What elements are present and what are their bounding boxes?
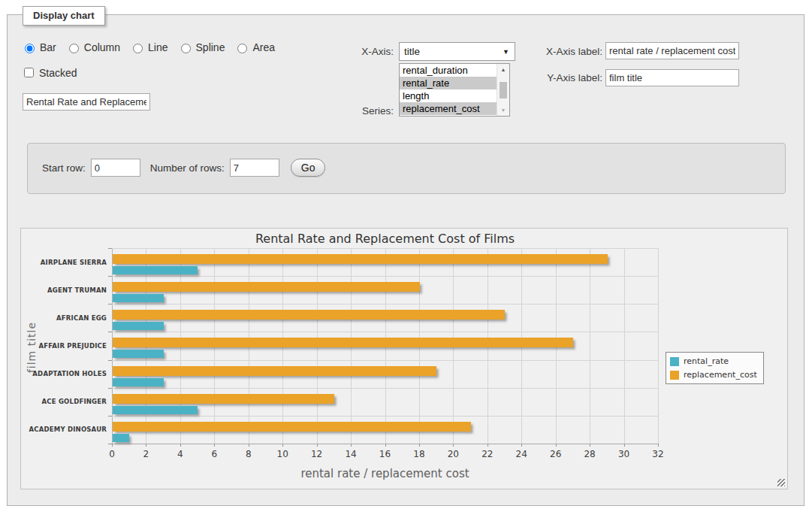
- y-tick-mark: [108, 332, 112, 332]
- x-axis-label-input[interactable]: [605, 42, 739, 59]
- bar-replacement_cost: [113, 366, 436, 376]
- chart-type-text: Line: [148, 41, 168, 53]
- chart-title-input[interactable]: [23, 93, 150, 111]
- x-axis-select[interactable]: title ▼: [399, 42, 515, 61]
- chart-type-label-area: Area: [234, 41, 275, 53]
- chart-type-text: Spline: [196, 41, 225, 53]
- stacked-label: Stacked: [21, 65, 77, 80]
- chart-type-text: Column: [84, 41, 120, 53]
- bar-rental_rate: [113, 294, 164, 302]
- series-option-replacement_cost[interactable]: replacement_cost: [400, 102, 497, 115]
- x-tick-label: 6: [203, 449, 225, 459]
- chart-type-radio-bar[interactable]: [25, 44, 35, 53]
- category-label: AFFAIR PREJUDICE: [26, 342, 107, 350]
- y-tick-mark: [108, 276, 112, 277]
- y-tick-mark: [108, 360, 112, 361]
- x-axis-line: [112, 444, 658, 444]
- x-tick-label: 22: [476, 449, 499, 459]
- x-tick-mark: [658, 444, 659, 447]
- chart-type-radio-line[interactable]: [133, 44, 143, 53]
- legend-swatch-icon: [670, 371, 679, 380]
- chart-type-radio-area[interactable]: [237, 44, 247, 53]
- y-tick-mark: [108, 416, 112, 417]
- category-label: ADAPTATION HOLES: [26, 370, 107, 377]
- chart-type-label-spline: Spline: [177, 41, 225, 53]
- chart-legend: rental_ratereplacement_cost: [666, 352, 764, 384]
- bar-rental_rate: [113, 406, 198, 414]
- category-label: AFRICAN EGG: [26, 314, 107, 322]
- series-option-length[interactable]: length: [400, 89, 497, 102]
- bar-replacement_cost: [113, 394, 334, 404]
- chart-type-text: Area: [252, 41, 275, 53]
- chart-type-radio-spline[interactable]: [181, 44, 191, 53]
- chart-type-label-bar: Bar: [21, 41, 56, 53]
- series-option-rental_duration[interactable]: rental_duration: [400, 64, 497, 77]
- y-tick-mark: [108, 444, 112, 444]
- display-chart-app: Display chart BarColumnLineSplineArea St…: [0, 0, 812, 512]
- resize-handle-icon[interactable]: [777, 479, 785, 486]
- scroll-down-icon[interactable]: ▼: [497, 105, 509, 116]
- category-label: ACADEMY DINOSAUR: [26, 426, 107, 433]
- chart-container: Rental Rate and Replacement Cost of Film…: [20, 228, 788, 489]
- row-range-controls: Start row: Number of rows: Go: [42, 159, 325, 177]
- y-tick-mark: [108, 304, 112, 304]
- x-tick-label: 4: [169, 449, 192, 459]
- num-rows-label: Number of rows:: [150, 162, 225, 174]
- bar-replacement_cost: [113, 282, 420, 292]
- bar-replacement_cost: [113, 422, 471, 432]
- x-gridline: [658, 248, 659, 444]
- x-tick-label: 26: [545, 449, 567, 459]
- x-tick-label: 16: [374, 449, 397, 459]
- x-tick-label: 28: [578, 449, 601, 459]
- row-range-panel: Start row: Number of rows: Go: [27, 143, 786, 194]
- x-axis-title: rental rate / replacement cost: [112, 467, 658, 480]
- category-label: ACE GOLDFINGER: [26, 398, 107, 405]
- x-axis-select-label: X-Axis:: [331, 46, 394, 57]
- stacked-checkbox[interactable]: [24, 68, 34, 77]
- num-rows-input[interactable]: [230, 159, 279, 177]
- start-row-input[interactable]: [91, 159, 140, 177]
- series-list-label: Series:: [331, 105, 394, 117]
- x-tick-label: 2: [134, 449, 157, 459]
- series-options: rental_durationrental_ratelengthreplacem…: [400, 64, 497, 116]
- bar-rental_rate: [113, 322, 164, 330]
- x-tick-label: 20: [442, 449, 464, 459]
- x-tick-label: 12: [306, 449, 328, 459]
- category-label: AIRPLANE SIERRA: [26, 259, 107, 266]
- chart-type-text: Bar: [40, 41, 56, 53]
- bar-rental_rate: [113, 266, 198, 274]
- x-tick-label: 10: [271, 449, 294, 459]
- legend-label: replacement_cost: [684, 370, 757, 380]
- y-gridline: [112, 248, 658, 249]
- y-gridline: [112, 276, 658, 277]
- scroll-up-icon[interactable]: ▲: [497, 64, 509, 75]
- x-tick-label: 0: [101, 449, 123, 459]
- bar-rental_rate: [113, 378, 164, 386]
- y-gridline: [112, 360, 658, 361]
- category-label: AGENT TRUMAN: [26, 286, 107, 294]
- bar-replacement_cost: [113, 310, 505, 320]
- y-tick-mark: [108, 248, 112, 249]
- x-gridline: [624, 248, 625, 444]
- legend-item-rental_rate: rental_rate: [670, 356, 757, 366]
- series-scrollbar[interactable]: ▲ ▼: [497, 64, 509, 116]
- x-tick-label: 30: [613, 449, 635, 459]
- y-axis-label-input[interactable]: [605, 69, 739, 86]
- x-tick-label: 18: [408, 449, 430, 459]
- go-button[interactable]: Go: [291, 159, 326, 177]
- y-gridline: [112, 304, 658, 304]
- chevron-down-icon: ▼: [503, 48, 509, 56]
- y-gridline: [112, 332, 658, 332]
- fieldset-legend: Display chart: [23, 6, 105, 26]
- x-axis-selected-value: title: [404, 46, 420, 57]
- scrollbar-thumb[interactable]: [500, 82, 507, 98]
- series-option-rental_rate[interactable]: rental_rate: [400, 77, 497, 89]
- chart-type-radio-group: BarColumnLineSplineArea: [21, 41, 275, 53]
- chart-title: Rental Rate and Replacement Cost of Film…: [112, 232, 658, 246]
- chart-type-radio-column[interactable]: [69, 44, 79, 53]
- y-gridline: [112, 388, 658, 389]
- x-gridline: [590, 248, 590, 444]
- series-multiselect[interactable]: rental_durationrental_ratelengthreplacem…: [399, 63, 510, 117]
- legend-item-replacement_cost: replacement_cost: [670, 370, 757, 380]
- chart-type-label-line: Line: [129, 41, 168, 53]
